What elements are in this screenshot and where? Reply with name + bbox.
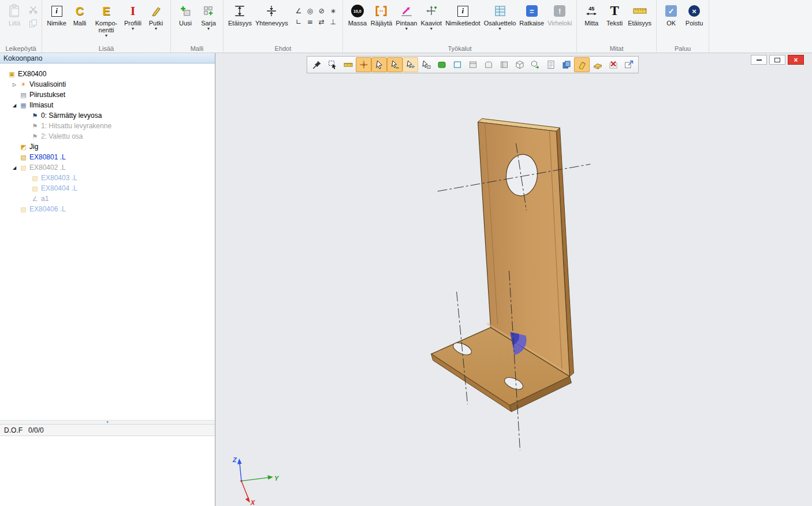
paste-button[interactable]: Liitä bbox=[3, 1, 26, 27]
chevron-down-icon[interactable]: ▾ bbox=[405, 27, 408, 31]
snap-point-icon[interactable] bbox=[356, 57, 371, 72]
viewport-3d[interactable]: Z Y X bbox=[216, 53, 812, 506]
part-icon: ▧ bbox=[18, 164, 28, 172]
minimize-button[interactable] bbox=[751, 55, 767, 65]
ok-button[interactable]: ✓ OK bbox=[660, 1, 683, 27]
teksti-button[interactable]: T Teksti bbox=[603, 1, 626, 27]
close-button[interactable]: × bbox=[788, 55, 804, 65]
model-3d-bracket[interactable] bbox=[431, 118, 574, 412]
tree-item-state-2[interactable]: ⚑ 2: Valettu osa bbox=[0, 131, 215, 142]
solve-icon: = bbox=[526, 2, 538, 20]
tree-item-ilmiasut[interactable]: ◢ ▦ Ilmiasut bbox=[0, 100, 215, 110]
chevron-down-icon[interactable]: ▾ bbox=[499, 27, 501, 31]
expander-collapsed-icon[interactable]: ▷ bbox=[10, 82, 18, 87]
chevron-down-icon[interactable]: ▾ bbox=[132, 27, 134, 31]
measure-icon[interactable] bbox=[340, 57, 356, 72]
chevron-down-icon[interactable]: ▾ bbox=[430, 27, 433, 31]
item-data-icon: i bbox=[457, 2, 468, 20]
etaisyys-constraint-button[interactable]: Etäisyys bbox=[226, 1, 254, 27]
copy-button[interactable] bbox=[27, 17, 39, 29]
rajayta-button[interactable]: Räjäytä bbox=[369, 1, 394, 27]
kaaviot-button[interactable]: Kaaviot ▾ bbox=[419, 1, 444, 31]
visualization-icon: ☀ bbox=[18, 81, 28, 88]
expander-expanded-icon[interactable]: ◢ bbox=[10, 103, 18, 108]
notes-icon[interactable] bbox=[543, 57, 558, 72]
maximize-button[interactable] bbox=[769, 55, 785, 65]
etaisyys-measure-button[interactable]: Etäisyys bbox=[626, 1, 653, 27]
nimiketiedot-button[interactable]: i Nimiketiedot bbox=[444, 1, 482, 27]
box-outline-icon[interactable] bbox=[449, 57, 465, 72]
constraint-mini-grid: ∠ ◎ ⊘ ∗ ∟ ≡ ⇄ ⊥ bbox=[293, 6, 338, 27]
tree-item-ex80406[interactable]: ▧ EX80406 .L bbox=[0, 204, 215, 214]
tree-item-ex80404[interactable]: ▧ EX80404 .L bbox=[0, 183, 215, 194]
cut-button[interactable] bbox=[27, 3, 39, 15]
external-window-icon[interactable] bbox=[621, 57, 636, 72]
tree-item-piirustukset[interactable]: ▤ Piirustukset bbox=[0, 90, 215, 100]
tree-item-state-1[interactable]: ⚑ 1: Hitsattu levyrakenne bbox=[0, 121, 215, 131]
tree-item-a1[interactable]: ∠ a1 bbox=[0, 194, 215, 204]
nimike-button[interactable]: i Nimike bbox=[45, 1, 68, 27]
perpendicular-constraint-icon[interactable]: ⊥ bbox=[328, 17, 338, 27]
chevron-down-icon[interactable]: ▾ bbox=[155, 27, 157, 31]
cube-icon[interactable] bbox=[512, 57, 527, 72]
pin-icon[interactable] bbox=[309, 57, 325, 72]
box-b-icon[interactable] bbox=[481, 57, 496, 72]
select-element-icon[interactable] bbox=[387, 57, 403, 72]
group-label-tools: Työkalut bbox=[343, 45, 576, 52]
pintaan-button[interactable]: Pintaan ▾ bbox=[394, 1, 419, 31]
chevron-down-icon[interactable]: ▾ bbox=[105, 34, 107, 38]
tree-item-ex80403[interactable]: ▧ EX80403 .L bbox=[0, 173, 215, 183]
angle-constraint-icon[interactable]: ∠ bbox=[293, 6, 304, 16]
pattern-constraint-icon[interactable]: ∗ bbox=[328, 6, 338, 16]
tangent-constraint-icon[interactable]: ⊘ bbox=[316, 6, 327, 16]
select-part-icon[interactable] bbox=[418, 57, 434, 72]
mitta-button[interactable]: 45 Mitta bbox=[580, 1, 603, 27]
osaluettelo-button[interactable]: Osaluettelo ▾ bbox=[482, 1, 518, 31]
uusi-button[interactable]: Uusi bbox=[174, 1, 197, 27]
putki-button[interactable]: Putki ▾ bbox=[144, 1, 167, 31]
massa-button[interactable]: 10,0 Massa bbox=[346, 1, 369, 27]
box-c-icon[interactable] bbox=[496, 57, 512, 72]
splitter-arrow-icon: ▾ bbox=[106, 421, 109, 424]
panel-splitter[interactable]: ▾ bbox=[0, 420, 215, 424]
yhtenevyys-button[interactable]: Yhtenevyys bbox=[254, 1, 290, 27]
profiili-button[interactable]: I Profiili ▾ bbox=[121, 1, 144, 31]
sheet-bend-icon[interactable] bbox=[574, 57, 590, 72]
parallel-constraint-icon[interactable]: ≡ bbox=[305, 17, 315, 27]
concentric-constraint-icon[interactable]: ◎ bbox=[305, 6, 315, 16]
schematics-icon bbox=[426, 2, 437, 20]
profile-letter-icon: I bbox=[131, 2, 135, 20]
text-icon: T bbox=[610, 2, 619, 20]
viewport-3d-scene[interactable]: Z Y X bbox=[216, 53, 812, 506]
box-a-icon[interactable] bbox=[465, 57, 481, 72]
sheets-blue-icon[interactable] bbox=[558, 57, 574, 72]
rightangle-constraint-icon[interactable]: ∟ bbox=[293, 17, 304, 27]
select-arrow-icon[interactable] bbox=[371, 57, 387, 72]
assembly-tree: ▣ EX80400 ▷ ☀ Visualisointi ▤ Piirustuks… bbox=[0, 64, 215, 214]
select-window-icon[interactable] bbox=[325, 57, 340, 72]
tree-item-ex80400[interactable]: ▣ EX80400 bbox=[0, 69, 215, 79]
swap-constraint-icon[interactable]: ⇄ bbox=[316, 17, 327, 27]
ratkaise-button[interactable]: = Ratkaise bbox=[517, 1, 546, 27]
part-icon: ▧ bbox=[18, 154, 28, 161]
tree-item-ex80402[interactable]: ◢ ▧ EX80402 .L bbox=[0, 162, 215, 173]
komponentti-button[interactable]: E Kompo-nentti ▾ bbox=[91, 1, 121, 38]
select-face-icon[interactable] bbox=[403, 57, 418, 72]
sidebar-header: Kokoonpano bbox=[0, 53, 215, 64]
tree-item-jig[interactable]: ◩ Jig bbox=[0, 142, 215, 152]
cube-export-icon[interactable] bbox=[527, 57, 543, 72]
sarja-button[interactable]: Sarja ▾ bbox=[197, 1, 220, 31]
tree-item-visualisointi[interactable]: ▷ ☀ Visualisointi bbox=[0, 79, 215, 90]
poistu-button[interactable]: × Poistu bbox=[683, 1, 706, 27]
part-new-icon[interactable] bbox=[434, 57, 449, 72]
delete-measure-icon[interactable] bbox=[605, 57, 621, 72]
tree-item-ex80801[interactable]: ▧ EX80801 .L bbox=[0, 152, 215, 162]
states-icon: ▦ bbox=[18, 102, 28, 109]
virheloki-button[interactable]: ! Virheloki bbox=[546, 1, 573, 27]
malli-button[interactable]: C Malli bbox=[68, 1, 91, 27]
sheet-flat-icon[interactable] bbox=[590, 57, 605, 72]
chevron-down-icon[interactable]: ▾ bbox=[207, 27, 210, 31]
expander-expanded-icon[interactable]: ◢ bbox=[10, 165, 18, 170]
tree-item-state-0[interactable]: ⚑ 0: Särmätty levyosa bbox=[0, 110, 215, 121]
copy-icon bbox=[29, 19, 38, 28]
